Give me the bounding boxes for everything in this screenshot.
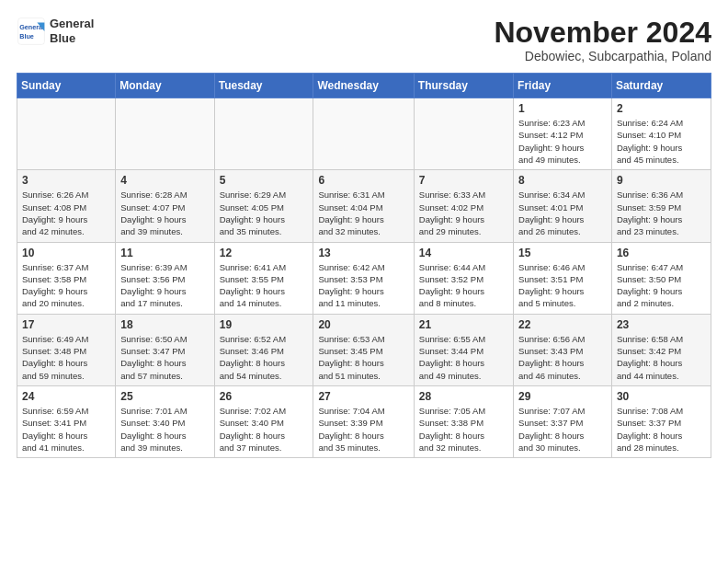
header: General Blue General Blue November 2024 … [17,17,711,63]
day-cell [116,98,214,170]
day-number: 15 [518,247,607,259]
day-number: 8 [518,174,607,187]
day-number: 29 [518,390,607,403]
weekday-sunday: Sunday [17,74,116,98]
day-info: Sunrise: 7:05 AM Sunset: 3:38 PM Dayligh… [419,405,508,454]
day-info: Sunrise: 6:46 AM Sunset: 3:51 PM Dayligh… [518,261,607,310]
day-info: Sunrise: 6:50 AM Sunset: 3:47 PM Dayligh… [120,333,209,382]
day-info: Sunrise: 6:23 AM Sunset: 4:12 PM Dayligh… [518,117,607,166]
day-number: 19 [220,318,309,331]
day-info: Sunrise: 6:53 AM Sunset: 3:45 PM Dayligh… [318,333,408,382]
day-number: 16 [617,247,706,259]
day-info: Sunrise: 6:58 AM Sunset: 3:42 PM Dayligh… [617,333,706,382]
logo-line2: Blue [50,31,94,46]
weekday-saturday: Saturday [611,74,711,98]
day-cell: 4Sunrise: 6:28 AM Sunset: 4:07 PM Daylig… [116,170,214,242]
day-info: Sunrise: 6:29 AM Sunset: 4:05 PM Dayligh… [220,189,309,237]
day-cell: 22Sunrise: 6:56 AM Sunset: 3:43 PM Dayli… [514,314,612,385]
day-number: 11 [120,247,209,259]
day-cell: 7Sunrise: 6:33 AM Sunset: 4:02 PM Daylig… [414,170,513,242]
day-info: Sunrise: 6:49 AM Sunset: 3:48 PM Dayligh… [22,333,110,382]
day-cell: 6Sunrise: 6:31 AM Sunset: 4:04 PM Daylig… [313,170,414,242]
day-cell: 16Sunrise: 6:47 AM Sunset: 3:50 PM Dayli… [611,242,711,314]
calendar-table: SundayMondayTuesdayWednesdayThursdayFrid… [17,73,711,458]
day-number: 6 [318,174,408,187]
day-number: 17 [22,318,110,331]
day-number: 3 [22,174,110,187]
day-cell [414,98,513,170]
day-cell: 2Sunrise: 6:24 AM Sunset: 4:10 PM Daylig… [611,98,711,170]
day-number: 1 [518,102,607,115]
day-number: 10 [22,247,110,259]
day-cell: 17Sunrise: 6:49 AM Sunset: 3:48 PM Dayli… [17,314,116,385]
day-number: 28 [419,390,508,403]
day-number: 23 [617,318,706,331]
day-info: Sunrise: 7:01 AM Sunset: 3:40 PM Dayligh… [120,405,209,454]
day-cell: 19Sunrise: 6:52 AM Sunset: 3:46 PM Dayli… [214,314,313,385]
day-cell: 20Sunrise: 6:53 AM Sunset: 3:45 PM Dayli… [313,314,414,385]
day-number: 22 [518,318,607,331]
day-number: 7 [419,174,508,187]
weekday-header-row: SundayMondayTuesdayWednesdayThursdayFrid… [17,74,711,98]
day-info: Sunrise: 6:41 AM Sunset: 3:55 PM Dayligh… [220,261,309,310]
day-info: Sunrise: 6:42 AM Sunset: 3:53 PM Dayligh… [318,261,408,310]
day-number: 12 [220,247,309,259]
weekday-thursday: Thursday [414,74,513,98]
svg-text:Blue: Blue [19,32,34,40]
day-number: 21 [419,318,508,331]
day-cell: 28Sunrise: 7:05 AM Sunset: 3:38 PM Dayli… [414,385,513,457]
day-number: 18 [120,318,209,331]
day-number: 13 [318,247,408,259]
day-info: Sunrise: 6:26 AM Sunset: 4:08 PM Dayligh… [22,189,110,237]
day-cell: 23Sunrise: 6:58 AM Sunset: 3:42 PM Dayli… [611,314,711,385]
day-cell [17,98,116,170]
day-number: 27 [318,390,408,403]
day-cell: 24Sunrise: 6:59 AM Sunset: 3:41 PM Dayli… [17,385,116,457]
week-row-1: 1Sunrise: 6:23 AM Sunset: 4:12 PM Daylig… [17,98,711,170]
month-title: November 2024 [494,17,711,49]
day-info: Sunrise: 6:24 AM Sunset: 4:10 PM Dayligh… [617,117,706,166]
logo-text: General Blue [50,17,94,45]
day-info: Sunrise: 6:36 AM Sunset: 3:59 PM Dayligh… [617,189,706,237]
day-info: Sunrise: 6:55 AM Sunset: 3:44 PM Dayligh… [419,333,508,382]
week-row-3: 10Sunrise: 6:37 AM Sunset: 3:58 PM Dayli… [17,242,711,314]
day-info: Sunrise: 7:02 AM Sunset: 3:40 PM Dayligh… [220,405,309,454]
day-number: 30 [617,390,706,403]
day-cell: 29Sunrise: 7:07 AM Sunset: 3:37 PM Dayli… [514,385,612,457]
weekday-wednesday: Wednesday [313,74,414,98]
day-cell: 5Sunrise: 6:29 AM Sunset: 4:05 PM Daylig… [214,170,313,242]
day-cell: 10Sunrise: 6:37 AM Sunset: 3:58 PM Dayli… [17,242,116,314]
day-info: Sunrise: 7:04 AM Sunset: 3:39 PM Dayligh… [318,405,408,454]
day-number: 26 [220,390,309,403]
day-info: Sunrise: 6:47 AM Sunset: 3:50 PM Dayligh… [617,261,706,310]
day-cell: 14Sunrise: 6:44 AM Sunset: 3:52 PM Dayli… [414,242,513,314]
day-cell [313,98,414,170]
day-info: Sunrise: 6:59 AM Sunset: 3:41 PM Dayligh… [22,405,110,454]
day-info: Sunrise: 6:37 AM Sunset: 3:58 PM Dayligh… [22,261,110,310]
day-cell: 18Sunrise: 6:50 AM Sunset: 3:47 PM Dayli… [116,314,214,385]
day-cell: 27Sunrise: 7:04 AM Sunset: 3:39 PM Dayli… [313,385,414,457]
day-info: Sunrise: 6:34 AM Sunset: 4:01 PM Dayligh… [518,189,607,237]
day-cell [214,98,313,170]
day-info: Sunrise: 6:33 AM Sunset: 4:02 PM Dayligh… [419,189,508,237]
day-number: 14 [419,247,508,259]
day-cell: 21Sunrise: 6:55 AM Sunset: 3:44 PM Dayli… [414,314,513,385]
day-info: Sunrise: 6:31 AM Sunset: 4:04 PM Dayligh… [318,189,408,237]
day-number: 20 [318,318,408,331]
day-info: Sunrise: 6:28 AM Sunset: 4:07 PM Dayligh… [120,189,209,237]
logo-line1: General [50,17,94,31]
logo-icon: General Blue [17,17,46,46]
day-cell: 11Sunrise: 6:39 AM Sunset: 3:56 PM Dayli… [116,242,214,314]
day-number: 4 [120,174,209,187]
day-cell: 15Sunrise: 6:46 AM Sunset: 3:51 PM Dayli… [514,242,612,314]
logo: General Blue General Blue [17,17,94,46]
day-number: 24 [22,390,110,403]
day-cell: 12Sunrise: 6:41 AM Sunset: 3:55 PM Dayli… [214,242,313,314]
day-number: 5 [220,174,309,187]
day-info: Sunrise: 6:56 AM Sunset: 3:43 PM Dayligh… [518,333,607,382]
page: General Blue General Blue November 2024 … [0,0,728,469]
subtitle: Debowiec, Subcarpathia, Poland [494,49,711,63]
week-row-5: 24Sunrise: 6:59 AM Sunset: 3:41 PM Dayli… [17,385,711,457]
weekday-monday: Monday [116,74,214,98]
week-row-2: 3Sunrise: 6:26 AM Sunset: 4:08 PM Daylig… [17,170,711,242]
